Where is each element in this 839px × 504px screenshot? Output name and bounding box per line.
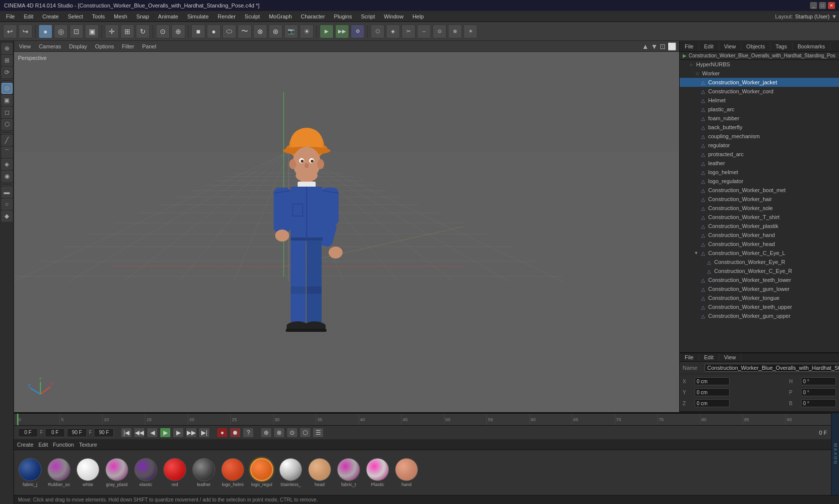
3d-viewport[interactable]: Perspective X Y Z — [14, 52, 679, 412]
tree-item-worker[interactable]: ☆Worker — [680, 69, 839, 78]
menu-simulate[interactable]: Simulate — [183, 12, 213, 20]
tree-item-tongue[interactable]: △Construction_Worker_tongue — [680, 293, 839, 302]
timeline-tick-70[interactable]: 70 — [615, 414, 657, 425]
timeline-tick-65[interactable]: 65 — [572, 414, 614, 425]
viewport-container[interactable]: View Cameras Display Options Filter Pane… — [14, 41, 679, 412]
move-tool-button[interactable]: ✛ — [105, 24, 119, 38]
menu-script[interactable]: Script — [357, 12, 379, 20]
menu-window[interactable]: Window — [380, 12, 408, 20]
material-item-logo_regul[interactable]: logo_regul — [249, 458, 275, 487]
timeline-tick-40[interactable]: 40 — [359, 414, 401, 425]
motion-settings-button[interactable]: ☰ — [313, 428, 324, 438]
menu-sculpt[interactable]: Sculpt — [241, 12, 264, 20]
timeline-tick-5[interactable]: 5 — [59, 414, 102, 425]
tool-live-select[interactable]: ⊙ — [1, 83, 12, 94]
render-view-button[interactable]: ▶ — [320, 24, 334, 38]
menu-create[interactable]: Create — [38, 12, 63, 20]
tree-item-logo_regulator[interactable]: △logo_regulator — [680, 177, 839, 186]
obj-tab-view[interactable]: View — [719, 42, 742, 50]
tree-item-eye_l[interactable]: ▼△Construction_Worker_C_Eye_L — [680, 249, 839, 257]
material-item-logo_helmi[interactable]: logo_helmi — [220, 458, 246, 487]
next-frame-button[interactable]: ▶▶ — [186, 428, 197, 438]
current-frame-input[interactable] — [18, 428, 38, 437]
timeline-tick-90[interactable]: 90 — [785, 414, 828, 425]
attr-tab-edit[interactable]: Edit — [699, 353, 719, 361]
tree-item-plastik[interactable]: △Construction_Worker_plastik — [680, 222, 839, 231]
start-frame-input[interactable] — [45, 428, 65, 437]
motion-mode-button[interactable]: ⬡ — [300, 428, 311, 438]
window-controls[interactable]: _ □ ✕ — [810, 2, 835, 9]
tree-item-teeth_lower[interactable]: △Construction_Worker_teeth_lower — [680, 275, 839, 284]
obj-tab-tags[interactable]: Tags — [771, 42, 793, 50]
menu-mograph[interactable]: MoGraph — [265, 12, 296, 20]
timeline-tick-85[interactable]: 85 — [743, 414, 785, 425]
weld-button[interactable]: ⊙ — [432, 24, 446, 38]
menu-select[interactable]: Select — [64, 12, 87, 20]
obj-tab-edit[interactable]: Edit — [699, 42, 719, 50]
tool-bend[interactable]: ⌒ — [1, 147, 12, 158]
tree-item-tshirt[interactable]: △Construction_Worker_T_shirt — [680, 213, 839, 222]
tree-item-jacket[interactable]: △Construction_Worker_jacket — [680, 78, 839, 87]
timeline-tick-10[interactable]: 10 — [102, 414, 145, 425]
close-button[interactable]: ✕ — [828, 2, 835, 9]
tool-brush[interactable]: ◉ — [1, 171, 12, 182]
tree-item-sole[interactable]: △Construction_Worker_sole — [680, 204, 839, 213]
tree-item-head[interactable]: △Construction_Worker_head — [680, 240, 839, 249]
tree-item-plastic_arc[interactable]: △plastic_arc — [680, 105, 839, 114]
object-mode-button[interactable]: ● — [38, 24, 52, 38]
tool-rect-select[interactable]: ▣ — [1, 95, 12, 106]
material-item-red[interactable]: red — [162, 458, 188, 487]
viewport-arrow-down[interactable]: ▼ — [651, 42, 658, 50]
tree-item-hair[interactable]: △Construction_Worker_hair — [680, 195, 839, 204]
tool-rotate[interactable]: ⟳ — [1, 67, 12, 78]
goto-start-button[interactable]: |◀ — [121, 428, 132, 438]
fps-input[interactable] — [94, 428, 114, 437]
magnet-button[interactable]: ⊗ — [448, 24, 462, 38]
bridge-button[interactable]: ↔ — [417, 24, 431, 38]
cube-button[interactable]: ■ — [191, 24, 205, 38]
obj-tab-file[interactable]: File — [680, 42, 699, 50]
rotate-tool-button[interactable]: ↻ — [136, 24, 150, 38]
material-item-white[interactable]: white — [75, 458, 101, 487]
menu-snap[interactable]: Snap — [132, 12, 153, 20]
material-item-rubber_so[interactable]: Rubber_so — [46, 458, 72, 487]
material-item-plastic[interactable]: Plastic — [365, 458, 391, 487]
tree-item-hand[interactable]: △Construction_Worker_hand — [680, 231, 839, 240]
menu-edit[interactable]: Edit — [20, 12, 37, 20]
tool-scale[interactable]: ⊞ — [1, 55, 12, 66]
tree-item-teeth_upper[interactable]: △Construction_Worker_teeth_upper — [680, 302, 839, 311]
timeline-tick-25[interactable]: 25 — [230, 414, 273, 425]
menu-animate[interactable]: Animate — [154, 12, 182, 20]
nurbs-button[interactable]: ⊗ — [253, 24, 267, 38]
timeline-tick-0[interactable]: 0 — [17, 414, 59, 425]
edge-mode-button[interactable]: ⊡ — [69, 24, 83, 38]
material-item-gray_plasti[interactable]: gray_plasti — [104, 458, 130, 487]
undo-button[interactable]: ↩ — [3, 24, 17, 38]
tool-magnet[interactable]: ◈ — [1, 159, 12, 170]
camera-button[interactable]: 📷 — [284, 24, 298, 38]
menu-mesh[interactable]: Mesh — [110, 12, 131, 20]
material-item-head[interactable]: head — [307, 458, 333, 487]
timeline-tick-35[interactable]: 35 — [316, 414, 358, 425]
bevel-button[interactable]: ◈ — [386, 24, 400, 38]
coord-z-input[interactable] — [695, 399, 730, 407]
mat-menu-create[interactable]: Create — [17, 442, 33, 448]
tree-item-protracted_arc[interactable]: △protracted_arc — [680, 150, 839, 159]
timeline-ruler[interactable]: 051015202530354045505560657075808590 — [14, 413, 831, 425]
motion-record-button[interactable]: ⊕ — [261, 428, 272, 438]
local-coord-button[interactable]: ⊕ — [171, 24, 185, 38]
tool-floor[interactable]: ▬ — [1, 187, 12, 198]
auto-key-button[interactable]: ⏺ — [230, 428, 241, 438]
viewport-menu-display[interactable]: Display — [67, 43, 89, 50]
coord-b-input[interactable] — [801, 399, 836, 407]
end-frame-input[interactable] — [67, 428, 87, 437]
menu-render[interactable]: Render — [214, 12, 240, 20]
point-mode-button[interactable]: ◎ — [54, 24, 68, 38]
material-item-leather[interactable]: leather — [191, 458, 217, 487]
menu-character[interactable]: Character — [297, 12, 329, 20]
coord-x-input[interactable] — [695, 377, 730, 385]
light-button[interactable]: ☀ — [300, 24, 314, 38]
world-coord-button[interactable]: ⊙ — [156, 24, 170, 38]
layout-selector[interactable]: Layout: Startup (User) ▼ — [775, 13, 837, 19]
attr-tab-file[interactable]: File — [680, 353, 699, 361]
